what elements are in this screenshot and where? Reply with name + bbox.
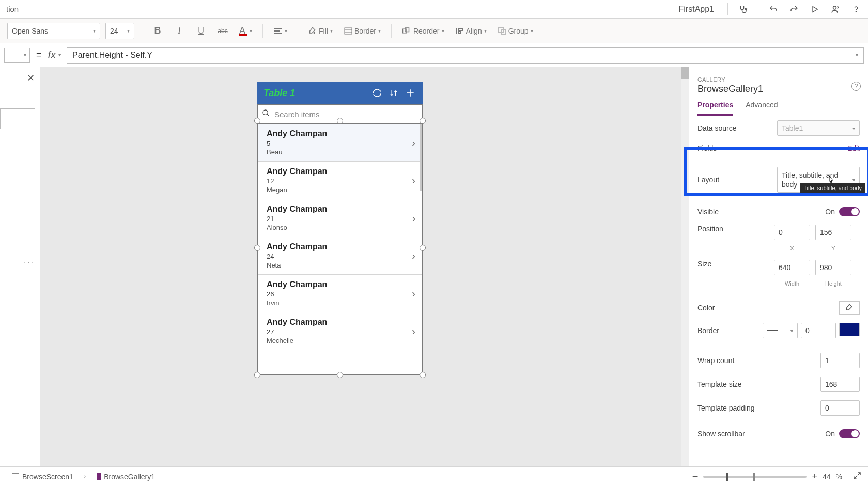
zoom-suffix: %	[836, 473, 842, 481]
show-scrollbar-row: Show scrollbar On	[689, 425, 868, 443]
border-style-select[interactable]: ▾	[763, 323, 798, 338]
equals-sign: =	[36, 50, 42, 60]
height-input[interactable]: 980	[815, 260, 851, 275]
resize-handle[interactable]	[254, 245, 260, 251]
position-row: Position 0 156 X Y	[689, 221, 868, 256]
app-name: FirstApp1	[679, 5, 714, 14]
color-row: Color	[689, 297, 868, 319]
template-size-row: Template size 168	[689, 372, 868, 396]
width-input[interactable]: 640	[774, 260, 810, 275]
zoom-value: 44	[823, 473, 831, 481]
border-row: Border ▾ 0	[689, 319, 868, 342]
template-padding-row: Template padding 0	[689, 396, 868, 420]
close-icon[interactable]: ✕	[27, 72, 35, 84]
svg-rect-7	[345, 28, 352, 34]
zoom-in-button[interactable]: +	[812, 471, 817, 482]
fields-row: Fields Edit	[689, 140, 868, 156]
refresh-icon[interactable]	[371, 87, 383, 99]
breadcrumb-control[interactable]: BrowseGallery1	[91, 470, 161, 483]
cursor-pointer-icon	[827, 175, 835, 184]
size-row: Size 640 980 Width Height	[689, 256, 868, 291]
visible-row: Visible On	[689, 203, 868, 221]
stethoscope-icon[interactable]	[737, 4, 749, 15]
breadcrumb-screen[interactable]: BrowseScreen1	[6, 470, 79, 483]
position-y-input[interactable]: 156	[815, 225, 851, 240]
control-name: BrowseGallery1	[689, 83, 868, 101]
strikethrough-button[interactable]: abc	[214, 23, 231, 39]
resize-handle[interactable]	[337, 372, 343, 378]
svg-point-0	[746, 8, 747, 9]
fill-button[interactable]: Fill▾	[305, 23, 336, 39]
tab-advanced[interactable]: Advanced	[746, 101, 778, 116]
play-icon[interactable]	[809, 4, 820, 15]
formula-input[interactable]: Parent.Height - Self.Y▾	[67, 47, 864, 64]
add-icon[interactable]	[404, 87, 416, 99]
titlebar: tion FirstApp1	[0, 0, 868, 19]
selection-outline	[257, 121, 423, 375]
properties-panel: GALLERY BrowseGallery1 ? Properties Adva…	[689, 67, 868, 466]
status-bar: BrowseScreen1 › BrowseGallery1 − + 44 %	[0, 466, 868, 486]
bold-button[interactable]: B	[149, 23, 166, 39]
font-family-select[interactable]: Open Sans▾	[7, 23, 100, 39]
search-input[interactable]	[274, 110, 418, 119]
datasource-row: Data source Table1▾	[689, 116, 868, 140]
template-padding-input[interactable]: 0	[820, 400, 860, 416]
align-button[interactable]: Align▾	[453, 23, 490, 39]
help-icon[interactable]: ?	[851, 82, 861, 91]
text-align-button[interactable]: ▾	[270, 23, 290, 39]
tree-search-slot[interactable]	[0, 108, 35, 129]
group-button[interactable]: Group▾	[495, 23, 536, 39]
svg-line-20	[267, 114, 269, 116]
font-color-button[interactable]: A▾	[236, 23, 255, 39]
wrap-count-input[interactable]: 1	[820, 353, 860, 368]
user-icon[interactable]	[830, 4, 841, 15]
resize-handle[interactable]	[420, 118, 426, 124]
reorder-button[interactable]: Reorder▾	[399, 23, 447, 39]
control-type-label: GALLERY	[689, 76, 868, 83]
svg-rect-13	[458, 28, 462, 30]
phone-appbar: Table 1	[257, 82, 423, 104]
zoom-slider[interactable]	[703, 476, 807, 478]
svg-point-2	[833, 6, 836, 9]
undo-icon[interactable]	[768, 4, 779, 15]
resize-handle[interactable]	[254, 372, 260, 378]
svg-point-3	[856, 11, 856, 12]
redo-icon[interactable]	[788, 4, 800, 15]
properties-tabs: Properties Advanced	[689, 101, 868, 116]
tree-overflow-icon[interactable]: ···	[24, 258, 35, 268]
search-icon	[262, 109, 270, 119]
underline-button[interactable]: U	[193, 23, 209, 39]
fullscreen-icon[interactable]	[853, 471, 862, 482]
position-x-input[interactable]: 0	[774, 225, 810, 240]
formula-bar: ▾ = fx▾ Parent.Height - Self.Y▾	[0, 43, 868, 67]
tree-view-panel: ✕ ···	[0, 67, 40, 466]
fx-button[interactable]: fx▾	[48, 49, 61, 61]
ribbon: Open Sans▾ 24▾ B I U abc A▾ ▾ Fill▾ Bord…	[0, 19, 868, 43]
zoom-out-button[interactable]: −	[692, 471, 699, 482]
sort-icon[interactable]	[388, 87, 400, 99]
resize-handle[interactable]	[337, 118, 343, 124]
border-width-input[interactable]: 0	[801, 323, 836, 338]
color-swatch[interactable]	[839, 301, 860, 315]
datasource-select[interactable]: Table1▾	[777, 120, 860, 136]
template-size-input[interactable]: 168	[820, 377, 860, 392]
font-size-select[interactable]: 24▾	[105, 23, 134, 39]
border-button[interactable]: Border▾	[341, 23, 384, 39]
visible-toggle[interactable]	[839, 207, 860, 216]
layout-row: Layout Title, subtitle, and body▾	[689, 156, 868, 203]
fields-edit-link[interactable]: Edit	[847, 144, 860, 152]
help-icon[interactable]	[850, 4, 862, 15]
border-color-swatch[interactable]	[839, 323, 860, 336]
resize-handle[interactable]	[254, 118, 260, 124]
resize-handle[interactable]	[420, 245, 426, 251]
tab-properties[interactable]: Properties	[698, 101, 733, 116]
property-select[interactable]: ▾	[4, 48, 30, 63]
canvas-scrollbar[interactable]	[681, 67, 689, 466]
italic-button[interactable]: I	[171, 23, 188, 39]
phone-title: Table 1	[264, 88, 367, 99]
scrollbar-toggle[interactable]	[839, 429, 860, 438]
svg-rect-14	[458, 32, 461, 34]
canvas[interactable]: Table 1 Andy Champan5Beau› Andy Champan1…	[40, 67, 689, 466]
resize-handle[interactable]	[420, 372, 426, 378]
svg-point-19	[263, 110, 268, 115]
